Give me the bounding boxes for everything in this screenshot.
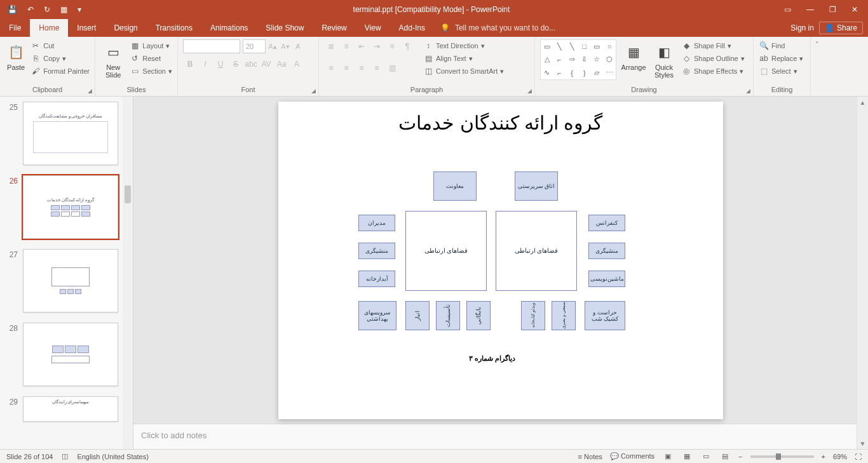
slide-title[interactable]: گروه ارائه کنندگان خدمات — [278, 102, 723, 134]
increase-indent-button[interactable]: ⇥ — [370, 39, 384, 53]
tab-transitions[interactable]: Transitions — [147, 19, 201, 37]
zoom-slider[interactable] — [750, 455, 814, 458]
char-spacing-button[interactable]: AV — [259, 57, 273, 71]
cut-button[interactable]: ✂Cut — [31, 41, 90, 51]
font-color-button[interactable]: A — [290, 57, 304, 71]
save-icon[interactable]: 💾 — [8, 5, 17, 14]
thumbnail-slide-27[interactable]: 27 — [0, 244, 133, 318]
diagram-box-bottom4[interactable]: بایگانی — [466, 301, 491, 330]
zoom-level[interactable]: 69% — [833, 453, 847, 460]
paragraph-dialog-launcher[interactable]: ◢ — [527, 88, 532, 94]
arrange-button[interactable]: ▦ Arrange — [620, 39, 647, 71]
tab-home[interactable]: Home — [30, 19, 68, 37]
clear-formatting-icon[interactable]: A̸ — [292, 39, 304, 53]
shape-fill-button[interactable]: ◆Shape Fill ▾ — [681, 41, 745, 51]
thumbnail-slide-28[interactable]: 28 — [0, 318, 133, 391]
italic-button[interactable]: I — [198, 57, 212, 71]
diagram-caption[interactable]: دیاگرام شماره ۳ — [469, 354, 515, 363]
diagram-box-left1[interactable]: مدیران — [358, 215, 395, 231]
diagram-box-bottom2[interactable]: انبار — [405, 301, 430, 330]
thumbnail-slide-25[interactable]: 25 مسافران خروجی و مشایعت‌کنندگان — [0, 97, 133, 170]
notes-toggle[interactable]: ≡ Notes — [578, 453, 602, 460]
slide-sorter-view-icon[interactable]: ▦ — [681, 452, 693, 462]
diagram-box-top1[interactable]: معاونت — [433, 171, 477, 201]
layout-button[interactable]: ▦Layout ▾ — [130, 41, 172, 51]
underline-button[interactable]: U — [214, 57, 227, 71]
decrease-indent-button[interactable]: ⇤ — [355, 39, 369, 53]
align-text-button[interactable]: ▤Align Text ▾ — [423, 53, 504, 64]
zoom-out-button[interactable]: − — [738, 453, 742, 460]
close-icon[interactable]: ✕ — [851, 5, 858, 14]
align-right-button[interactable]: ≡ — [355, 61, 369, 75]
diagram-box-bottom3[interactable]: تأسیسات — [436, 301, 460, 330]
font-family-input[interactable] — [183, 39, 240, 53]
reset-button[interactable]: ↺Reset — [130, 53, 172, 64]
change-case-button[interactable]: Aa — [275, 57, 288, 71]
ribbon-display-options-icon[interactable]: ▭ — [784, 5, 791, 14]
section-button[interactable]: ▭Section ▾ — [130, 66, 172, 76]
reading-view-icon[interactable]: ▭ — [700, 452, 712, 462]
diagram-box-bottom1[interactable]: سرویسهای بهداشتی — [358, 301, 397, 330]
replace-button[interactable]: abReplace ▾ — [759, 53, 803, 64]
drawing-dialog-launcher[interactable]: ◢ — [746, 88, 750, 94]
convert-smartart-button[interactable]: ◫Convert to SmartArt ▾ — [423, 66, 504, 76]
format-painter-button[interactable]: 🖌Format Painter — [31, 66, 90, 76]
thumbnail-slide-29[interactable]: 29 میهمانسرای رانندگان — [0, 391, 133, 427]
tab-animations[interactable]: Animations — [201, 19, 257, 37]
slideshow-view-icon[interactable]: ▤ — [719, 452, 731, 462]
align-center-button[interactable]: ≡ — [339, 61, 353, 75]
line-spacing-button[interactable]: ≡ — [385, 39, 399, 53]
scroll-up-icon[interactable]: ▲ — [857, 97, 868, 108]
zoom-in-button[interactable]: + — [822, 453, 825, 460]
increase-font-icon[interactable]: A▴ — [267, 39, 278, 53]
new-slide-button[interactable]: ▭ New Slide — [100, 39, 126, 79]
diagram-box-left3[interactable]: آبدارخانه — [358, 271, 395, 287]
text-shadow-button[interactable]: abc — [244, 57, 258, 71]
shapes-gallery[interactable]: ▭╲╲□▭○ △⌐⇨⇩☆⬡ ∿⌐{}▱⋯ — [540, 39, 616, 80]
thumbnails-scrollbar[interactable] — [123, 97, 133, 449]
start-from-beginning-icon[interactable]: ▦ — [60, 5, 67, 14]
quick-styles-button[interactable]: ◧ Quick Styles — [651, 39, 677, 79]
shape-effects-button[interactable]: ◎Shape Effects ▾ — [681, 66, 745, 76]
font-dialog-launcher[interactable]: ◢ — [311, 88, 316, 94]
diagram-box-right1[interactable]: کنفرانس — [588, 215, 625, 231]
qat-more-icon[interactable]: ▾ — [78, 5, 81, 14]
tab-insert[interactable]: Insert — [68, 19, 105, 37]
tab-review[interactable]: Review — [313, 19, 355, 37]
align-left-button[interactable]: ≡ — [324, 61, 338, 75]
editor-vertical-scrollbar[interactable]: ▲ ▼ — [857, 97, 868, 449]
restore-icon[interactable]: ❐ — [829, 5, 836, 14]
columns-button[interactable]: ▥ — [385, 61, 399, 75]
clipboard-dialog-launcher[interactable]: ◢ — [88, 88, 92, 94]
tab-file[interactable]: File — [0, 19, 30, 37]
tab-design[interactable]: Design — [105, 19, 146, 37]
share-button[interactable]: 👤 Share — [819, 22, 863, 34]
comments-toggle[interactable]: 💬 Comments — [610, 452, 654, 460]
minimize-icon[interactable]: ― — [806, 5, 814, 14]
select-button[interactable]: ⬚Select ▾ — [759, 66, 803, 76]
spellcheck-icon[interactable]: ◫ — [62, 452, 68, 460]
justify-button[interactable]: ≡ — [370, 61, 384, 75]
diagram-box-center1[interactable]: فضاهای ارتباطی — [405, 211, 487, 291]
normal-view-icon[interactable]: ▣ — [662, 452, 674, 462]
diagram-box-bottom5[interactable]: ویدئو کتابخانه — [521, 301, 545, 330]
tab-slideshow[interactable]: Slide Show — [257, 19, 313, 37]
diagram-box-center2[interactable]: فضاهای ارتباطی — [496, 211, 577, 291]
diagram-box-top2[interactable]: اتاق سرپرستی — [515, 171, 558, 201]
diagram-box-right3[interactable]: ماشین‌نویسی — [588, 271, 625, 287]
slide-position[interactable]: Slide 26 of 104 — [6, 453, 53, 460]
collapse-ribbon-button[interactable]: ˄ — [811, 37, 824, 96]
copy-button[interactable]: ⎘Copy ▾ — [31, 53, 90, 64]
decrease-font-icon[interactable]: A▾ — [280, 39, 291, 53]
redo-icon[interactable]: ↻ — [44, 5, 50, 14]
fit-to-window-icon[interactable]: ⛶ — [855, 453, 862, 460]
text-direction-button[interactable]: ↕Text Direction ▾ — [423, 41, 504, 51]
text-direction-toggle[interactable]: ¶ — [400, 39, 414, 53]
thumbnail-slide-26[interactable]: 26 گروه ارائه کنندگان خدمات — [0, 170, 133, 244]
diagram-box-bottom6[interactable]: سمعی و بصری — [552, 301, 576, 330]
find-button[interactable]: 🔍Find — [759, 41, 803, 51]
bullets-button[interactable]: ≣ — [324, 39, 338, 53]
bold-button[interactable]: B — [183, 57, 197, 71]
strikethrough-button[interactable]: S — [229, 57, 243, 71]
shape-outline-button[interactable]: ◇Shape Outline ▾ — [681, 53, 745, 64]
